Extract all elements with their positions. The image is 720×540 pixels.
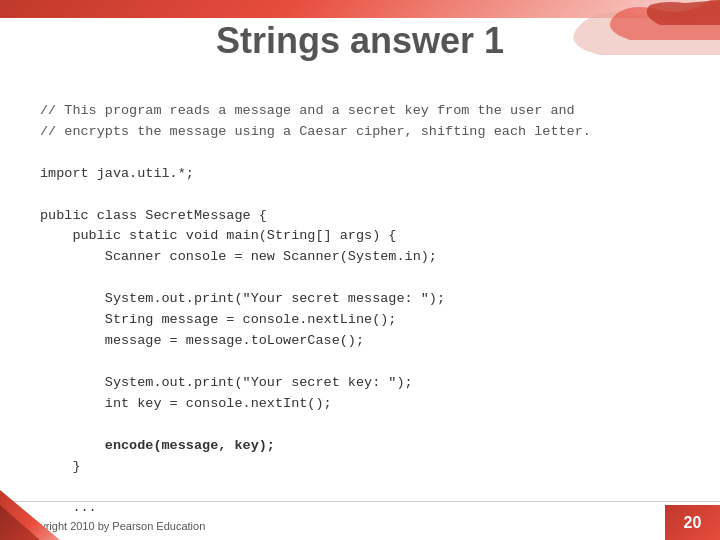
code-comment-line1: // This program reads a message and a se… <box>40 103 575 118</box>
code-print2: System.out.print("Your secret key: "); <box>40 375 413 390</box>
code-scanner: Scanner console = new Scanner(System.in)… <box>40 249 437 264</box>
code-close-main: } <box>40 459 81 474</box>
code-string-msg: String message = console.nextLine(); <box>40 312 396 327</box>
code-comment-line2: // encrypts the message using a Caesar c… <box>40 124 591 139</box>
footer-separator <box>0 501 720 502</box>
code-ellipsis: ... <box>40 500 97 515</box>
code-lowercase: message = message.toLowerCase(); <box>40 333 364 348</box>
code-main: public static void main(String[] args) { <box>40 228 396 243</box>
code-int-key: int key = console.nextInt(); <box>40 396 332 411</box>
code-import: import java.util.*; <box>40 166 194 181</box>
page-number: 20 <box>684 514 702 532</box>
code-print1: System.out.print("Your secret message: "… <box>40 291 445 306</box>
main-content: // This program reads a message and a se… <box>40 80 680 490</box>
code-block: // This program reads a message and a se… <box>40 80 680 540</box>
code-class: public class SecretMessage { <box>40 208 267 223</box>
footer: Copyright 2010 by Pearson Education <box>0 520 720 532</box>
page-number-box: 20 <box>665 505 720 540</box>
code-encode: encode(message, key); <box>40 438 275 453</box>
page-title: Strings answer 1 <box>0 20 720 62</box>
